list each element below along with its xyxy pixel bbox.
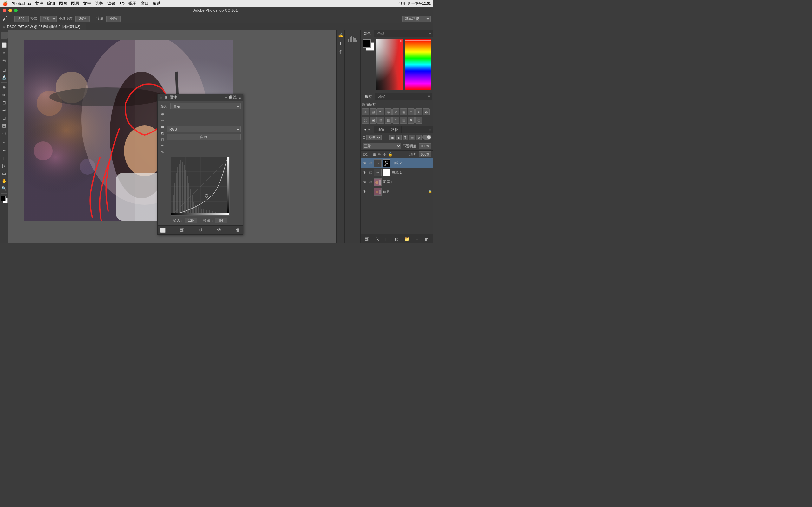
color-balance-btn[interactable]: ⊞ [408, 108, 415, 115]
adjustments-tab[interactable]: 调整 [362, 94, 375, 100]
tab-close-button[interactable]: × [3, 25, 5, 29]
layer-item-curves2[interactable]: 👁 ⛓ 〜 曲线 2 [361, 158, 433, 168]
eyedropper-tool[interactable]: 🔬 [1, 74, 8, 81]
crop-tool[interactable]: ⊡ [1, 66, 8, 73]
brightness-contrast-btn[interactable]: ☀ [362, 108, 369, 115]
hue-saturation-btn[interactable]: ▦ [400, 108, 407, 115]
menu-photoshop[interactable]: Photoshop [11, 1, 31, 6]
mini-type-tool[interactable]: T [337, 40, 344, 47]
apple-menu[interactable]: 🍎 [3, 1, 8, 6]
foreground-swatch[interactable] [362, 39, 371, 48]
menu-image[interactable]: 图像 [59, 1, 67, 6]
new-group-button[interactable]: 📁 [403, 236, 411, 242]
close-button[interactable] [3, 9, 6, 12]
menu-help[interactable]: 帮助 [153, 1, 161, 6]
menu-3d[interactable]: 3D [119, 1, 125, 6]
menu-layer[interactable]: 图层 [71, 1, 79, 6]
opacity-input[interactable] [419, 143, 432, 149]
fg-bg-swatches[interactable] [362, 39, 374, 51]
menu-filter[interactable]: 滤镜 [107, 1, 115, 6]
mini-paragraph-tool[interactable]: ¶ [337, 48, 344, 55]
input-value[interactable] [185, 218, 197, 223]
path-select-tool[interactable]: ▷ [1, 162, 8, 169]
eraser-tool[interactable]: ◻ [1, 114, 8, 121]
curves-pencil-tool[interactable]: ✏ [159, 118, 165, 123]
menu-text[interactable]: 文字 [83, 1, 91, 6]
add-link-button[interactable]: ⛓ [363, 236, 370, 242]
workspace-select[interactable]: 基本功能 [402, 15, 431, 22]
curves-grey-point-tool[interactable]: ◩ [159, 130, 165, 136]
color-gradient-area[interactable] [376, 39, 403, 90]
curves-reset-button[interactable]: ↺ [198, 227, 203, 233]
pattern-btn[interactable]: ▢ [415, 117, 422, 124]
type-tool[interactable]: T [1, 155, 8, 162]
quick-select-tool[interactable]: ◎ [1, 57, 8, 64]
flow-input[interactable] [106, 15, 120, 22]
curves-graph[interactable] [171, 157, 230, 216]
add-style-button[interactable]: fx [374, 236, 380, 242]
layer-visibility-curves1[interactable]: 👁 [362, 170, 367, 175]
clone-tool[interactable]: ⊞ [1, 99, 8, 106]
swatches-tab[interactable]: 色板 [374, 31, 388, 37]
filter-pixel-btn[interactable]: ▣ [389, 135, 395, 140]
maximize-button[interactable] [14, 9, 18, 12]
blur-tool[interactable]: ◌ [1, 130, 8, 136]
brush-tool[interactable]: ✏ [1, 92, 8, 99]
document-tab[interactable]: × DSC01767.ARW @ 26.5% (曲线 2, 图层蒙版/8) * [0, 23, 86, 30]
curves-black-point-tool[interactable]: ◼ [159, 124, 165, 130]
gradient-tool[interactable]: ▤ [1, 122, 8, 129]
layer-filter-select[interactable]: 类型 [366, 135, 382, 140]
menu-edit[interactable]: 编辑 [47, 1, 55, 6]
curves-white-point-tool[interactable]: ◻ [159, 136, 165, 142]
curves-mask-button[interactable]: ⬜ [159, 227, 166, 233]
lasso-tool[interactable]: ⌖ [1, 49, 8, 56]
menu-select[interactable]: 选择 [95, 1, 103, 6]
lock-all-button[interactable]: 🔒 [388, 152, 393, 157]
curves-target-tool[interactable]: ⊕ [159, 111, 165, 117]
curves-btn[interactable]: 〜 [377, 108, 384, 115]
lock-transparent-button[interactable]: ▦ [372, 152, 376, 157]
gradient-map-btn[interactable]: ▤ [400, 117, 407, 124]
curves-visibility-button[interactable]: 👁 [216, 227, 222, 233]
zoom-tool[interactable]: 🔍 [1, 185, 8, 192]
paths-tab[interactable]: 路径 [388, 126, 402, 133]
marquee-tool[interactable]: ⬜ [1, 42, 8, 49]
mode-select[interactable]: 正常 [40, 15, 57, 22]
add-mask-button[interactable]: ◻ [384, 236, 390, 242]
saturation-brightness-picker[interactable] [376, 39, 403, 90]
brush-size-input[interactable] [14, 15, 29, 22]
layer-visibility-layer1[interactable]: 👁 [362, 180, 367, 185]
new-adjustment-button[interactable]: ◐ [393, 236, 400, 242]
foreground-color[interactable] [1, 196, 6, 201]
history-brush-tool[interactable]: ↩ [1, 107, 8, 114]
layer-visibility-curves2[interactable]: 👁 [362, 161, 367, 166]
layer-item-layer1[interactable]: 👁 ⛓ 图层 1 [361, 177, 433, 187]
fill-input[interactable] [419, 152, 432, 157]
dodge-tool[interactable]: ○ [1, 139, 8, 147]
minimize-button[interactable] [8, 9, 12, 12]
mini-art-history-tool[interactable]: ✍ [337, 32, 344, 39]
pen-tool[interactable]: ✒ [1, 147, 8, 154]
curves-delete-button[interactable]: 🗑 [235, 227, 241, 233]
channels-tab[interactable]: 通道 [374, 126, 388, 133]
threshold-btn[interactable]: ≡ [392, 117, 399, 124]
filter-adjust-btn[interactable]: ◐ [396, 135, 402, 140]
selective-color-btn[interactable]: ✕ [408, 117, 415, 124]
blend-mode-select[interactable]: 正常 [362, 143, 401, 149]
curves-options-button[interactable]: ≡ [239, 95, 241, 100]
output-value[interactable] [215, 218, 227, 223]
histogram-icon[interactable] [346, 32, 359, 44]
layer-visibility-bg[interactable]: 👁 [362, 189, 367, 194]
filter-shape-btn[interactable]: ▭ [409, 135, 415, 140]
shape-tool[interactable]: ▭ [1, 170, 8, 177]
hue-spectrum[interactable] [405, 39, 432, 90]
menu-window[interactable]: 窗口 [141, 1, 149, 6]
color-lookup-btn[interactable]: ▣ [369, 117, 376, 124]
exposure-btn[interactable]: ◎ [385, 108, 392, 115]
curves-chain-button[interactable]: ⛓ [179, 227, 185, 233]
channel-mixer-btn[interactable]: ◯ [362, 117, 369, 124]
new-layer-button[interactable]: + [415, 236, 420, 242]
color-swatches[interactable] [1, 196, 8, 203]
styles-tab[interactable]: 样式 [375, 94, 389, 100]
bw-btn[interactable]: ≡ [415, 108, 422, 115]
